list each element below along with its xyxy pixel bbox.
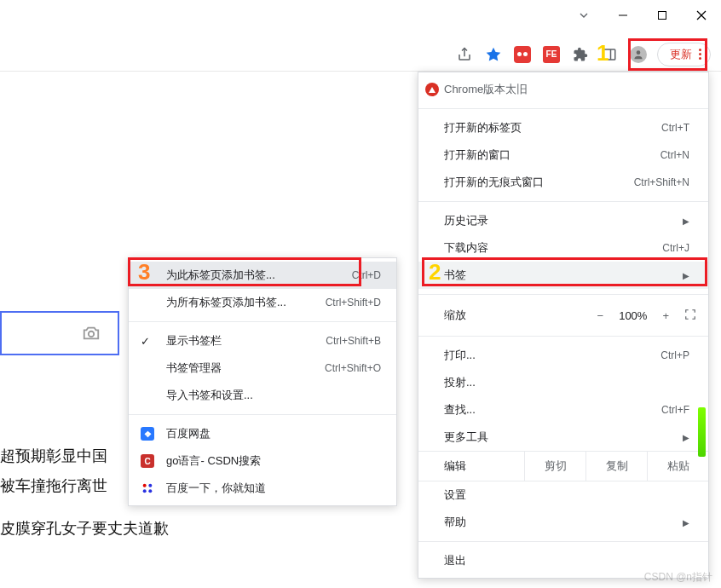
more-menu-icon[interactable] [699, 49, 701, 60]
page-headline-3: 皮膜穿孔女子要丈夫道歉 [0, 518, 169, 539]
scrollbar-indicator [698, 407, 706, 457]
bookmarks-submenu: 为此标签页添加书签...Ctrl+D 为所有标签页添加书签...Ctrl+Shi… [128, 257, 397, 506]
extension-fe-icon[interactable]: FE [541, 44, 562, 65]
menu-downloads[interactable]: 下载内容Ctrl+J [418, 234, 708, 262]
baidupan-favicon: ❖ [141, 427, 154, 441]
warning-icon [425, 83, 439, 96]
svg-rect-6 [603, 49, 615, 60]
extensions-puzzle-icon[interactable] [570, 44, 591, 65]
side-panel-icon[interactable] [599, 44, 620, 65]
page-headline-1: 超预期彰显中国 [0, 446, 107, 466]
zoom-out-button[interactable]: − [597, 309, 604, 322]
menu-print[interactable]: 打印...Ctrl+P [418, 342, 708, 369]
camera-search-box[interactable] [0, 311, 119, 355]
menu-cast[interactable]: 投射... [418, 369, 708, 396]
watermark: CSDN @n指针 [644, 570, 712, 585]
edit-cut-button[interactable]: 剪切 [524, 452, 585, 481]
menu-edit-row: 编辑 剪切 复制 粘贴 [418, 451, 708, 481]
svg-marker-5 [487, 47, 501, 61]
submenu-bk-csdn[interactable]: Cgo语言- CSDN搜索 [129, 447, 396, 475]
profile-avatar[interactable] [628, 44, 649, 65]
submenu-bookmark-tab[interactable]: 为此标签页添加书签...Ctrl+D [129, 262, 396, 289]
svg-rect-1 [659, 12, 666, 20]
bookmark-star-icon[interactable] [483, 44, 504, 65]
close-button[interactable] [682, 0, 721, 31]
svg-point-10 [148, 484, 152, 487]
browser-toolbar: FE 更新 [0, 37, 721, 72]
main-menu: Chrome版本太旧 打开新的标签页Ctrl+T 打开新的窗口Ctrl+N 打开… [418, 72, 709, 579]
tab-dropdown-icon[interactable] [564, 9, 603, 22]
baidu-favicon [141, 481, 154, 495]
menu-new-tab[interactable]: 打开新的标签页Ctrl+T [418, 114, 708, 141]
minimize-button[interactable] [603, 0, 643, 31]
zoom-percent: 100% [619, 309, 647, 322]
submenu-bk-baidupan[interactable]: ❖百度网盘 [129, 420, 396, 447]
menu-version-warning[interactable]: Chrome版本太旧 [418, 76, 708, 103]
update-button[interactable]: 更新 [657, 43, 711, 66]
share-icon[interactable] [454, 44, 475, 65]
menu-bookmarks[interactable]: 书签▶ [418, 262, 708, 289]
menu-zoom: 缩放 − 100% + [418, 300, 708, 331]
submenu-import[interactable]: 导入书签和设置... [129, 382, 396, 409]
maximize-button[interactable] [643, 0, 682, 31]
csdn-favicon: C [141, 454, 154, 468]
zoom-in-button[interactable]: + [662, 309, 669, 322]
page-headline-2: 被车撞拖行离世 [0, 476, 107, 496]
svg-point-8 [637, 50, 641, 55]
menu-new-window[interactable]: 打开新的窗口Ctrl+N [418, 141, 708, 169]
fullscreen-icon[interactable] [684, 308, 696, 323]
svg-point-13 [89, 331, 94, 337]
svg-point-11 [143, 489, 147, 493]
submenu-manager[interactable]: 书签管理器Ctrl+Shift+O [129, 355, 396, 382]
window-controls [564, 0, 721, 31]
menu-history[interactable]: 历史记录▶ [418, 207, 708, 234]
menu-find[interactable]: 查找...Ctrl+F [418, 396, 708, 424]
update-label: 更新 [670, 47, 692, 62]
svg-point-12 [148, 489, 152, 493]
menu-settings[interactable]: 设置 [418, 481, 708, 509]
submenu-bk-baidu[interactable]: 百度一下，你就知道 [129, 475, 396, 502]
menu-incognito[interactable]: 打开新的无痕式窗口Ctrl+Shift+N [418, 169, 708, 196]
edit-copy-button[interactable]: 复制 [585, 452, 647, 481]
submenu-bookmark-all[interactable]: 为所有标签页添加书签...Ctrl+Shift+D [129, 289, 396, 316]
checkmark-icon: ✓ [141, 335, 150, 348]
menu-help[interactable]: 帮助▶ [418, 509, 708, 536]
svg-point-9 [143, 484, 147, 487]
camera-icon [80, 324, 102, 343]
submenu-show-bar[interactable]: ✓显示书签栏Ctrl+Shift+B [129, 327, 396, 355]
menu-more-tools[interactable]: 更多工具▶ [418, 424, 708, 451]
extension-red-dots-icon[interactable] [512, 44, 533, 65]
